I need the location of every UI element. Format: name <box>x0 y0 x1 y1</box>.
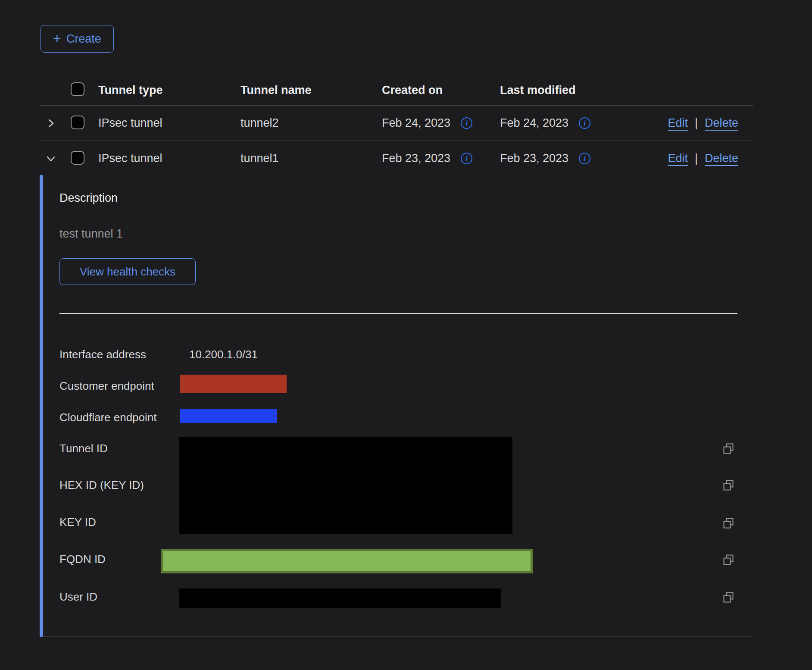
customer-endpoint-redacted-value <box>180 375 287 393</box>
delete-link[interactable]: Delete <box>705 152 738 165</box>
tunnels-table: Tunnel type Tunnel name Created on Last … <box>41 75 753 176</box>
info-icon[interactable]: i <box>461 117 472 129</box>
row-checkbox[interactable] <box>71 116 84 129</box>
info-icon[interactable]: i <box>579 153 590 164</box>
copy-fqdn-id-button[interactable] <box>722 554 734 567</box>
actions-separator: | <box>695 152 698 165</box>
section-divider <box>59 313 737 314</box>
table-header-row: Tunnel type Tunnel name Created on Last … <box>41 75 753 106</box>
header-tunnel-type: Tunnel type <box>98 84 240 97</box>
key-id-label: KEY ID <box>59 515 96 529</box>
tunnel-detail-panel: Description test tunnel 1 View health ch… <box>40 175 753 637</box>
chevron-right-icon <box>46 118 56 128</box>
cloudflare-endpoint-redacted-value <box>180 409 277 423</box>
table-row: IPsec tunnel tunnel1 Feb 23, 2023 i Feb … <box>41 141 753 176</box>
created-on-cell: Feb 24, 2023 <box>382 116 450 130</box>
tunnel-type-cell: IPsec tunnel <box>98 116 240 130</box>
select-all-checkbox[interactable] <box>71 82 84 96</box>
edit-link[interactable]: Edit <box>668 116 688 130</box>
chevron-down-icon <box>46 153 56 164</box>
actions-separator: | <box>695 116 698 130</box>
expand-row-button[interactable] <box>46 118 56 128</box>
copy-tunnel-id-button[interactable] <box>722 443 734 456</box>
fqdn-id-label: FQDN ID <box>59 552 106 566</box>
create-button-label: Create <box>66 32 101 46</box>
table-row: IPsec tunnel tunnel2 Feb 24, 2023 i Feb … <box>41 106 753 141</box>
tunnel-type-cell: IPsec tunnel <box>98 152 240 165</box>
copy-icon <box>722 479 734 492</box>
copy-key-id-button[interactable] <box>722 517 734 531</box>
info-icon[interactable]: i <box>579 117 590 129</box>
ids-redacted-value <box>179 437 512 534</box>
interface-address-value: 10.200.1.0/31 <box>189 348 258 361</box>
description-label: Description <box>59 191 118 205</box>
info-icon[interactable]: i <box>461 153 472 164</box>
last-modified-cell: Feb 24, 2023 <box>500 116 568 130</box>
hex-id-label: HEX ID (KEY ID) <box>59 478 144 492</box>
ipsec-tunnels-page: + Create Tunnel type Tunnel name Created… <box>0 0 812 670</box>
user-id-redacted-value <box>179 589 501 608</box>
copy-hex-id-button[interactable] <box>722 479 734 493</box>
cloudflare-endpoint-label: Cloudflare endpoint <box>59 410 157 424</box>
copy-icon <box>722 517 734 529</box>
header-tunnel-name: Tunnel name <box>240 84 382 97</box>
row-checkbox[interactable] <box>71 151 84 165</box>
created-on-cell: Feb 23, 2023 <box>382 152 450 165</box>
user-id-label: User ID <box>59 590 97 604</box>
copy-icon <box>722 592 734 604</box>
interface-address-label: Interface address <box>59 348 146 361</box>
create-button[interactable]: + Create <box>41 25 114 53</box>
delete-link[interactable]: Delete <box>705 116 738 130</box>
tunnel-name-cell: tunnel2 <box>240 116 382 130</box>
header-last-modified: Last modified <box>500 84 627 97</box>
last-modified-cell: Feb 23, 2023 <box>500 152 568 165</box>
description-value: test tunnel 1 <box>59 227 123 241</box>
copy-icon <box>722 554 734 566</box>
tunnel-id-label: Tunnel ID <box>59 441 108 455</box>
tunnel-name-cell: tunnel1 <box>240 152 382 165</box>
collapse-row-button[interactable] <box>46 153 56 164</box>
fqdn-id-redacted-value <box>161 549 533 573</box>
copy-user-id-button[interactable] <box>722 592 734 605</box>
view-health-checks-button[interactable]: View health checks <box>59 258 196 285</box>
edit-link[interactable]: Edit <box>668 152 688 165</box>
customer-endpoint-label: Customer endpoint <box>59 379 154 393</box>
plus-icon: + <box>53 31 61 45</box>
copy-icon <box>722 443 734 455</box>
header-created-on: Created on <box>382 84 500 97</box>
